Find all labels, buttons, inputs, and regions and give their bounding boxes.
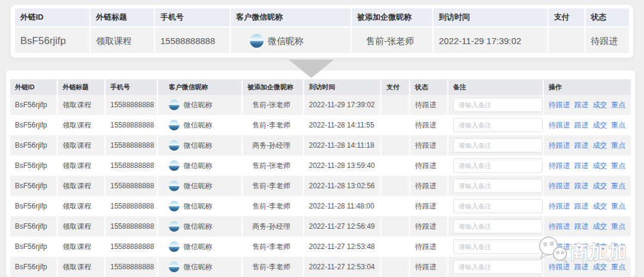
latest-visit-table: 外链ID 外链标题 手机号 客户微信昵称 被添加企微昵称 到访时间 支付 状态 … [15,8,629,53]
table-row: BsF56rjifp 领取课程 15588888888 微信昵称 售前-张老师 … [10,95,631,115]
customer-nickname-label: 微信昵称 [184,141,212,150]
cell-link-title: 领取课程 [58,95,106,115]
cell-link-title: 领取课程 [58,176,106,196]
action-deal-done[interactable]: 成交 [593,141,607,150]
action-deal-done[interactable]: 成交 [593,161,607,170]
cell-link-id: BsF56rjifp [10,135,58,155]
wechat-avatar-icon [169,140,179,151]
action-set-pending[interactable]: 待跟进 [549,161,570,170]
customer-nickname-label: 微信昵称 [184,222,212,231]
column-header-visit-time: 到访时间 [304,79,382,95]
cell-visit-time: 2022-11-29 17:39:02 [434,26,549,53]
column-header-staff-nickname: 被添加企微昵称 [243,79,304,95]
action-mark-important[interactable]: 重点 [611,202,626,210]
note-input[interactable] [453,260,543,274]
cell-actions: 待跟进跟进成交重点 [544,257,631,277]
table-row: BsF56rjifp 领取课程 15588888888 微信昵称 售前-李老师 … [10,115,631,135]
column-header-phone: 手机号 [106,79,158,95]
customer-nickname-label: 微信昵称 [184,121,212,129]
cell-actions: 待跟进跟进成交重点 [544,176,631,196]
note-input[interactable] [453,158,543,173]
cell-note [448,95,544,115]
wechat-avatar-icon [169,120,179,130]
cell-pay [549,26,586,53]
cell-link-id: BsF56rjifp [10,115,58,135]
action-follow-up[interactable]: 跟进 [574,161,589,170]
action-set-pending[interactable]: 待跟进 [549,222,570,231]
action-deal-done[interactable]: 成交 [593,263,607,271]
table-row: BsF56rjifp 领取课程 15588888888 微信昵称 售前-张老师 … [15,26,629,53]
wechat-avatar-icon [250,34,264,48]
customer-nickname-label: 微信昵称 [184,101,212,109]
cell-pay [382,176,410,196]
cell-customer-nickname: 微信昵称 [158,257,243,277]
action-follow-up[interactable]: 跟进 [574,121,589,129]
action-deal-done[interactable]: 成交 [593,222,607,231]
cell-actions: 待跟进跟进成交重点 [544,135,631,155]
note-input[interactable] [453,118,543,132]
note-input[interactable] [453,179,543,193]
cell-visit-time: 2022-11-27 12:56:49 [304,216,382,236]
action-set-pending[interactable]: 待跟进 [549,182,570,190]
action-deal-done[interactable]: 成交 [593,242,607,251]
action-follow-up[interactable]: 跟进 [574,242,589,251]
customer-nickname-label: 微信昵称 [184,161,212,170]
action-set-pending[interactable]: 待跟进 [549,141,570,150]
action-follow-up[interactable]: 跟进 [574,182,589,190]
cell-note [448,176,544,196]
cell-visit-time: 2022-11-27 12:53:04 [304,257,382,277]
cell-staff-nickname: 售前-张老师 [352,26,434,53]
action-mark-important[interactable]: 重点 [611,121,626,129]
cell-pay [382,135,410,155]
action-follow-up[interactable]: 跟进 [574,222,589,231]
column-header-customer-nickname: 客户微信昵称 [158,79,243,95]
action-set-pending[interactable]: 待跟进 [549,202,570,210]
cell-link-id: BsF56rjifp [10,95,58,115]
action-mark-important[interactable]: 重点 [611,222,626,231]
status-badge: 待跟进 [410,115,448,135]
action-mark-important[interactable]: 重点 [611,101,626,109]
note-input[interactable] [453,199,543,213]
action-set-pending[interactable]: 待跟进 [549,101,570,109]
note-input[interactable] [453,239,543,254]
action-mark-important[interactable]: 重点 [611,141,626,150]
cell-pay [382,257,410,277]
column-header-pay: 支付 [382,79,410,95]
action-deal-done[interactable]: 成交 [593,182,607,190]
visits-table: 外链ID 外链标题 手机号 客户微信昵称 被添加企微昵称 到访时间 支付 状态 … [10,79,631,277]
customer-nickname-label: 微信昵称 [184,263,212,271]
column-header-note: 备注 [448,79,544,95]
note-input[interactable] [453,219,543,234]
action-mark-important[interactable]: 重点 [611,263,626,271]
action-set-pending[interactable]: 待跟进 [549,121,570,129]
note-input[interactable] [453,98,543,112]
status-badge: 待跟进 [410,216,448,236]
cell-phone: 15588888888 [155,26,231,53]
action-follow-up[interactable]: 跟进 [574,263,589,271]
action-follow-up[interactable]: 跟进 [574,202,589,210]
customer-nickname-label: 微信昵称 [184,242,212,251]
status-badge: 待跟进 [410,176,448,196]
action-follow-up[interactable]: 跟进 [574,101,589,109]
action-set-pending[interactable]: 待跟进 [549,263,570,271]
cell-phone: 15588888888 [106,196,158,216]
cell-link-id: BsF56rjifp [10,216,58,236]
action-set-pending[interactable]: 待跟进 [549,242,570,251]
action-mark-important[interactable]: 重点 [611,242,626,251]
cell-customer-nickname: 微信昵称 [158,95,243,115]
action-deal-done[interactable]: 成交 [593,121,607,129]
cell-link-title: 领取课程 [58,155,106,176]
action-deal-done[interactable]: 成交 [593,202,607,210]
action-mark-important[interactable]: 重点 [611,182,626,190]
action-mark-important[interactable]: 重点 [611,161,626,170]
status-badge: 待跟进 [410,196,448,216]
cell-staff-nickname: 售前-李老师 [243,196,304,216]
action-deal-done[interactable]: 成交 [593,101,607,109]
cell-pay [382,236,410,257]
cell-visit-time: 2022-11-28 13:59:40 [304,155,382,176]
table-row: BsF56rjifp 领取课程 15588888888 微信昵称 商务-孙经理 … [10,135,631,155]
note-input[interactable] [453,138,543,152]
action-follow-up[interactable]: 跟进 [574,141,589,150]
column-header-pay: 支付 [549,8,586,26]
cell-link-id: BsF56rjifp [10,155,58,176]
